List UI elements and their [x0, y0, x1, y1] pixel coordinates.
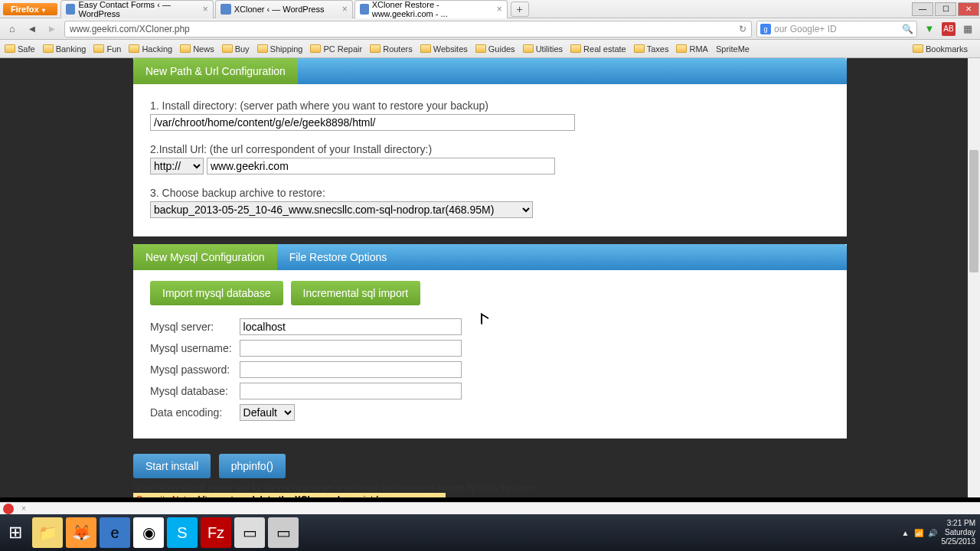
- download-icon[interactable]: ▼: [922, 21, 937, 37]
- network-icon[interactable]: 📶: [914, 529, 923, 537]
- bookmark-folder[interactable]: Routers: [370, 44, 413, 54]
- minimize-button[interactable]: —: [912, 2, 933, 16]
- bookmark-folder[interactable]: Banking: [43, 44, 87, 54]
- page-favicon-icon: [360, 4, 369, 15]
- bookmark-folder[interactable]: RMA: [676, 44, 707, 54]
- folder-icon: [180, 44, 191, 53]
- panel-actions: Start install phpinfo() *after hitting s…: [133, 446, 847, 497]
- phpinfo-button[interactable]: phpinfo(): [219, 454, 286, 478]
- mysql-database-input[interactable]: [240, 383, 462, 399]
- bookmarks-menu[interactable]: Bookmarks: [913, 44, 968, 54]
- install-dir-input[interactable]: [150, 114, 575, 131]
- panel-path-url: New Path & Url Configuration 1. Install …: [133, 58, 847, 236]
- data-encoding-select[interactable]: Default: [240, 404, 295, 421]
- folder-icon: [475, 44, 486, 53]
- folder-icon: [634, 44, 645, 53]
- status-strip: ×: [0, 502, 980, 514]
- volume-icon[interactable]: 🔊: [928, 529, 937, 537]
- mysql-password-input[interactable]: [240, 361, 462, 378]
- search-icon[interactable]: 🔍: [902, 24, 913, 34]
- tab-1[interactable]: Easy Contact Forms ‹ — WordPress×: [60, 0, 214, 18]
- search-input[interactable]: g our Google+ ID 🔍: [756, 21, 917, 37]
- backup-archive-label: 3. Choose backup archive to restore:: [150, 187, 830, 199]
- reload-icon[interactable]: ↻: [739, 24, 746, 34]
- incremental-import-button[interactable]: Incremental sql import: [291, 281, 421, 305]
- tab-close-icon[interactable]: ×: [203, 4, 208, 15]
- url-scheme-select[interactable]: http://: [150, 158, 204, 174]
- panel-mysql: New Mysql Configuration File Restore Opt…: [133, 244, 847, 439]
- ie-icon[interactable]: e: [100, 517, 130, 548]
- scrollbar-thumb[interactable]: [969, 150, 978, 272]
- bookmark-link[interactable]: SpriteMe: [716, 44, 750, 54]
- bookmark-folder[interactable]: Taxes: [634, 44, 669, 54]
- page-viewport: New Path & Url Configuration 1. Install …: [0, 58, 980, 497]
- bookmark-folder[interactable]: PC Repair: [310, 44, 362, 54]
- mysql-server-label: Mysql server:: [150, 316, 240, 337]
- bookmark-folder[interactable]: Websites: [420, 44, 468, 54]
- tab-mysql-config[interactable]: New Mysql Configuration: [133, 244, 277, 270]
- folder-icon: [523, 44, 534, 53]
- start-button[interactable]: ⊞: [0, 517, 31, 548]
- new-tab-button[interactable]: +: [511, 2, 529, 17]
- browser-tabs: Easy Contact Forms ‹ — WordPress× XClone…: [60, 0, 911, 18]
- tray-chevron-icon[interactable]: ▲: [902, 529, 910, 537]
- firefox-menu-button[interactable]: Firefox: [3, 3, 57, 15]
- folder-icon: [222, 44, 233, 53]
- system-tray: ▲ 📶 🔊 3:21 PM Saturday 5/25/2013: [902, 519, 980, 546]
- folder-icon: [420, 44, 431, 53]
- tab-3[interactable]: XCloner Restore - www.geekri.com - ...×: [354, 0, 508, 18]
- wp-favicon-icon: [220, 4, 231, 15]
- security-note: Security Note: After restore delete the …: [133, 493, 446, 497]
- chrome-icon[interactable]: ◉: [133, 517, 164, 548]
- search-placeholder: our Google+ ID: [774, 24, 837, 34]
- back-icon[interactable]: ◄: [24, 21, 40, 37]
- panel-header: New Path & Url Configuration: [133, 58, 847, 84]
- tab-close-icon[interactable]: ×: [497, 4, 502, 15]
- start-install-button[interactable]: Start install: [133, 454, 211, 478]
- maximize-button[interactable]: ☐: [935, 2, 956, 16]
- app-icon[interactable]: ▭: [268, 517, 299, 548]
- filezilla-icon[interactable]: Fz: [201, 517, 231, 548]
- mysql-username-input[interactable]: [240, 340, 462, 357]
- tab-2[interactable]: XCloner ‹ — WordPress×: [215, 0, 353, 18]
- folder-icon: [129, 44, 139, 53]
- folder-icon: [676, 44, 687, 53]
- clock[interactable]: 3:21 PM Saturday 5/25/2013: [942, 519, 976, 546]
- mysql-database-label: Mysql database:: [150, 380, 240, 402]
- bookmark-folder[interactable]: Hacking: [129, 44, 172, 54]
- tab-file-restore[interactable]: File Restore Options: [277, 244, 400, 270]
- record-icon[interactable]: [3, 504, 14, 514]
- bookmark-folder[interactable]: Guides: [475, 44, 515, 54]
- bookmark-folder[interactable]: Real estate: [570, 44, 626, 54]
- tab-label: Easy Contact Forms ‹ — WordPress: [78, 0, 202, 18]
- bookmark-folder[interactable]: Safe: [5, 44, 35, 54]
- tab-close-icon[interactable]: ×: [342, 4, 348, 15]
- install-url-label: 2.Install Url: (the url correspondent of…: [150, 143, 830, 155]
- notepad-icon[interactable]: ▭: [234, 517, 265, 548]
- tab-path-config[interactable]: New Path & Url Configuration: [133, 58, 298, 84]
- install-url-input[interactable]: [207, 158, 555, 174]
- skype-icon[interactable]: S: [167, 517, 198, 548]
- bookmark-folder[interactable]: Buy: [222, 44, 250, 54]
- backup-archive-select[interactable]: backup_2013-05-25_10-46_www.snecsllc.com…: [150, 201, 533, 218]
- addon-icon[interactable]: ▦: [960, 21, 975, 37]
- bookmark-folder[interactable]: Utilities: [523, 44, 563, 54]
- explorer-icon[interactable]: 📁: [32, 517, 63, 548]
- bookmark-folder[interactable]: Shipping: [257, 44, 303, 54]
- import-mysql-button[interactable]: Import mysql database: [150, 281, 283, 305]
- folder-icon: [257, 44, 268, 53]
- firefox-taskbar-icon[interactable]: 🦊: [66, 517, 96, 548]
- forward-icon[interactable]: ►: [44, 21, 60, 37]
- adblock-icon[interactable]: AB: [942, 22, 956, 36]
- home-icon[interactable]: ⌂: [5, 21, 20, 37]
- strip-close-icon[interactable]: ×: [21, 504, 26, 513]
- security-prefix: Security Note:: [136, 494, 194, 497]
- vertical-scrollbar[interactable]: [968, 58, 980, 497]
- url-input[interactable]: www.geekri.com/XCloner.php ↻: [64, 21, 752, 37]
- bookmark-folder[interactable]: Fun: [93, 44, 121, 54]
- bookmark-folder[interactable]: News: [180, 44, 214, 54]
- folder-icon: [43, 44, 54, 53]
- mysql-form: Mysql server: Mysql username: Mysql pass…: [150, 316, 469, 423]
- mysql-server-input[interactable]: [240, 318, 462, 335]
- close-window-button[interactable]: ✕: [958, 2, 979, 16]
